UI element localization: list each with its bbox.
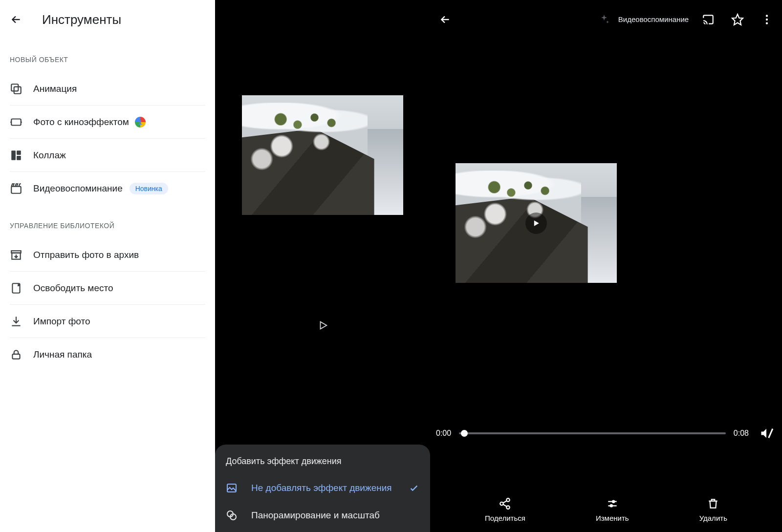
star-icon[interactable] [731, 13, 744, 26]
sparkle-icon [598, 14, 610, 25]
svg-point-22 [500, 502, 504, 506]
collage-icon [10, 149, 22, 162]
new-badge: Новинка [130, 183, 168, 194]
mute-icon[interactable] [760, 426, 773, 440]
button-label: Удалить [699, 514, 727, 522]
tool-label: Отправить фото в архив [33, 250, 139, 260]
button-label: Поделиться [485, 514, 525, 522]
tool-import[interactable]: Импорт фото [10, 305, 205, 338]
option-label: Панорамирование и масштаб [251, 510, 380, 521]
sheet-title: Добавить эффект движения [215, 456, 430, 474]
motion-option-panzoom[interactable]: Панорамирование и масштаб [215, 502, 430, 529]
more-icon[interactable] [760, 13, 773, 26]
panzoom-icon [226, 510, 238, 521]
player-title: Видеовоспоминание [617, 15, 690, 24]
svg-point-16 [766, 15, 768, 17]
tool-label: Импорт фото [33, 316, 90, 327]
tools-title: Инструменты [42, 12, 121, 27]
svg-point-24 [612, 501, 614, 503]
tools-header: Инструменты [0, 0, 215, 39]
svg-rect-3 [11, 150, 16, 160]
seek-bar[interactable] [459, 432, 726, 434]
svg-line-20 [769, 429, 773, 438]
seek-bar-row: 0:00 0:08 [436, 426, 773, 440]
archive-icon [10, 249, 22, 261]
svg-rect-0 [11, 84, 18, 91]
svg-point-25 [610, 505, 612, 507]
svg-marker-11 [321, 322, 327, 329]
clapperboard-icon [10, 182, 22, 195]
time-total: 0:08 [734, 429, 749, 438]
section-library: УПРАВЛЕНИЕ БИБЛИОТЕКОЙ Отправить фото в … [0, 205, 215, 371]
editor-panel: Добавить эффект движения Не добавлять эф… [215, 0, 430, 532]
tool-label: Освободить место [33, 283, 113, 294]
back-icon[interactable] [10, 13, 22, 26]
tool-label: Анимация [33, 84, 77, 94]
free-space-icon [10, 282, 22, 295]
share-button[interactable]: Поделиться [485, 497, 525, 522]
svg-point-17 [766, 19, 768, 21]
tool-label: Фото с киноэффектом [33, 117, 129, 128]
editor-preview-image [242, 95, 403, 215]
svg-rect-10 [12, 354, 20, 359]
bottom-action-bar: Поделиться Изменить Удалить [430, 497, 782, 522]
tools-panel: Инструменты НОВЫЙ ОБЪЕКТ Анимация Фото с… [0, 0, 215, 532]
tool-animation[interactable]: Анимация [10, 72, 205, 106]
play-icon[interactable] [318, 320, 328, 331]
player-header: Видеовоспоминание [430, 0, 782, 39]
tool-cinematic[interactable]: Фото с киноэффектом 1 [10, 106, 205, 139]
tool-label: Видеовоспоминание [33, 183, 123, 194]
seek-thumb[interactable] [461, 430, 468, 437]
section-header-new: НОВЫЙ ОБЪЕКТ [10, 56, 205, 64]
player-panel: Видеовоспоминание 0:00 0:08 [430, 0, 782, 532]
svg-rect-5 [17, 156, 21, 160]
share-icon [499, 497, 511, 510]
video-thumbnail[interactable] [456, 163, 617, 283]
svg-point-18 [766, 22, 768, 24]
button-label: Изменить [596, 514, 629, 522]
tool-free-space[interactable]: Освободить место [10, 272, 205, 305]
check-icon [409, 483, 419, 493]
delete-button[interactable]: Удалить [699, 497, 727, 522]
svg-rect-2 [11, 119, 21, 125]
svg-marker-15 [732, 14, 743, 25]
download-icon [10, 315, 22, 328]
cinematic-icon [10, 116, 22, 128]
animation-icon [10, 83, 22, 95]
tool-label: Коллаж [33, 150, 66, 161]
svg-rect-6 [11, 187, 21, 193]
lock-icon [10, 348, 22, 361]
header-actions [702, 13, 773, 26]
svg-point-23 [507, 506, 510, 509]
trash-icon [707, 497, 719, 510]
motion-effect-sheet: Добавить эффект движения Не добавлять эф… [215, 445, 430, 532]
tool-highlight-video[interactable]: Видеовоспоминание Новинка [10, 172, 205, 205]
play-button[interactable] [525, 213, 547, 234]
cast-icon[interactable] [702, 13, 715, 26]
svg-marker-19 [534, 220, 539, 226]
motion-option-none[interactable]: Не добавлять эффект движения [215, 474, 430, 502]
edit-button[interactable]: Изменить [596, 497, 629, 522]
edit-icon [606, 497, 619, 510]
back-icon[interactable] [439, 13, 452, 26]
option-label: Не добавлять эффект движения [251, 483, 392, 493]
svg-rect-4 [17, 150, 21, 155]
time-current: 0:00 [436, 429, 451, 438]
svg-point-21 [507, 498, 510, 501]
tool-label: Личная папка [33, 349, 92, 360]
image-icon [226, 482, 238, 494]
tool-archive[interactable]: Отправить фото в архив [10, 238, 205, 272]
section-header-library: УПРАВЛЕНИЕ БИБЛИОТЕКОЙ [10, 222, 205, 230]
tool-locked-folder[interactable]: Личная папка [10, 338, 205, 371]
tool-collage[interactable]: Коллаж [10, 139, 205, 172]
google-one-badge: 1 [135, 117, 146, 128]
section-new-object: НОВЫЙ ОБЪЕКТ Анимация Фото с киноэффекто… [0, 39, 215, 205]
svg-rect-1 [14, 86, 21, 93]
